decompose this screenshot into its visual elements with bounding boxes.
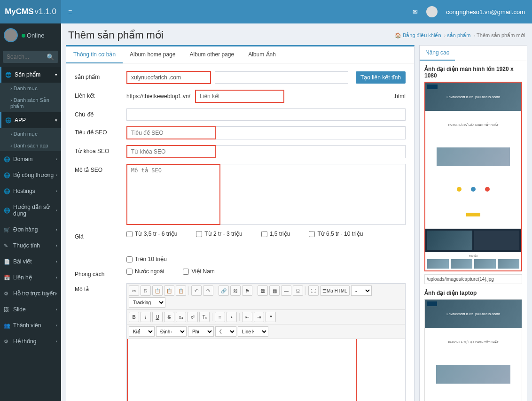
sidebar-item-hostings[interactable]: 🌐Hostings‹	[0, 183, 61, 199]
remove-format-icon[interactable]: Tₓ	[199, 312, 210, 322]
italic-icon[interactable]: I	[141, 312, 151, 322]
create-static-link-button[interactable]: Tạo liên kết tĩnh	[356, 71, 406, 84]
sidebar-item-baiviet[interactable]: 📄Bài viết‹	[0, 254, 61, 270]
maximize-icon[interactable]: ⛶	[308, 285, 319, 296]
underline-icon[interactable]: U	[152, 312, 163, 322]
anchor-icon[interactable]: ⚑	[242, 285, 252, 296]
chevron-left-icon: ‹	[56, 307, 57, 312]
status-dot-icon	[22, 34, 25, 38]
link-icon[interactable]: 🔗	[219, 285, 229, 296]
strike-icon[interactable]: S	[164, 312, 174, 322]
product-input-ext[interactable]	[215, 71, 348, 84]
sidebar-search[interactable]: 🔍	[3, 51, 58, 63]
blockquote-icon[interactable]: ❝	[266, 312, 276, 322]
sidebar-item-bocongthuong[interactable]: 🌐Bộ công thương‹	[0, 167, 61, 183]
bold-icon[interactable]: B	[129, 312, 139, 322]
subscript-icon[interactable]: x₂	[176, 312, 186, 322]
style-option-1[interactable]: Việt Nam	[183, 268, 214, 275]
thumb-laptop[interactable]: Environment is life, pollution is death …	[424, 299, 522, 401]
price-option-3[interactable]: Từ 6,5 tr - 10 triệu	[309, 231, 363, 237]
sidebar-sub-danh-sach-sp[interactable]: › Danh sách Sản phẩm	[0, 94, 61, 112]
chevron-down-icon: ▾	[55, 72, 57, 77]
price-option-1[interactable]: Từ 2 tr - 3 triệu	[196, 231, 242, 237]
seo-title-label: Tiêu đề SEO	[75, 126, 126, 136]
user-email[interactable]: congngheso1.vn@gmail.com	[446, 8, 525, 15]
sidebar-item-donhang[interactable]: 🛒Đơn hàng‹	[0, 222, 61, 238]
seo-desc-textarea-ext[interactable]	[220, 164, 406, 225]
superscript-icon[interactable]: x²	[188, 312, 198, 322]
globe-icon: 🌐	[4, 156, 10, 162]
tracking-select[interactable]: Tracking	[129, 297, 165, 308]
tab-album-home[interactable]: Album home page	[123, 46, 182, 63]
tab-basic[interactable]: Thông tin cơ bản	[66, 46, 123, 63]
sidebar-item-huongdan[interactable]: 🌐Hướng dẫn sử dụng‹	[0, 199, 61, 222]
seo-title-input-ext[interactable]	[216, 126, 406, 139]
side-tab-advanced[interactable]: Nâng cao	[420, 46, 455, 61]
gear-icon: ⚙	[4, 339, 10, 345]
mail-icon[interactable]: ✉	[413, 8, 418, 15]
cut-icon[interactable]: ✂	[129, 285, 139, 296]
hamburger-icon[interactable]: ≡	[61, 8, 79, 15]
numbered-list-icon[interactable]: ≡	[215, 312, 225, 322]
link-input[interactable]	[195, 90, 284, 103]
tab-album-other[interactable]: Album other page	[182, 46, 241, 63]
paste-icon[interactable]: 📋	[152, 285, 163, 296]
thumb-large[interactable]: Environment is life, pollution is death …	[424, 82, 522, 271]
sidebar-sub-danh-muc[interactable]: › Danh mục	[0, 83, 61, 94]
sidebar-item-thanhvien[interactable]: 👥Thành viên‹	[0, 317, 61, 333]
avatar[interactable]	[426, 6, 438, 17]
sidebar-item-hotro[interactable]: ⚙Hỗ trợ trực tuyến‹	[0, 285, 61, 301]
sidebar-sub-app-danh-muc[interactable]: › Danh mục	[0, 128, 61, 140]
seo-kw-input-ext[interactable]	[216, 145, 406, 158]
chevron-left-icon: ‹	[56, 323, 57, 328]
tab-album-images[interactable]: Album Ảnh	[241, 46, 283, 63]
sidebar-item-domain[interactable]: 🌐Domain‹	[0, 151, 61, 167]
bulleted-list-icon[interactable]: •	[227, 312, 237, 322]
sidebar-item-hethong[interactable]: ⚙Hệ thống‹	[0, 333, 61, 349]
page-title: Thêm sản phẩm mới	[68, 29, 164, 41]
chevron-left-icon: ‹	[56, 291, 57, 296]
seo-desc-label: Mô tả SEO	[75, 164, 126, 173]
size-select[interactable]: Cỡ...	[215, 326, 236, 337]
sidebar-item-lienhe[interactable]: 📅Liên hệ‹	[0, 270, 61, 285]
redo-icon[interactable]: ↷	[203, 285, 213, 296]
sidebar-sub-app-danh-sach[interactable]: › Danh sách app	[0, 140, 61, 151]
tracking-mode-select[interactable]: -	[351, 285, 372, 296]
undo-icon[interactable]: ↶	[191, 285, 202, 296]
logo[interactable]: MyCMSv1.1.0	[0, 0, 61, 23]
font-select[interactable]: Phông	[188, 326, 214, 337]
outdent-icon[interactable]: ⇤	[242, 312, 252, 322]
styles-select[interactable]: Kiểu	[129, 326, 155, 337]
desc-editor-body[interactable]	[127, 339, 357, 401]
seo-desc-textarea[interactable]	[126, 164, 220, 225]
price-option-2[interactable]: 1,5 triệu	[261, 231, 290, 237]
style-option-0[interactable]: Nước ngoài	[126, 268, 164, 275]
search-input[interactable]	[3, 51, 43, 63]
indent-icon[interactable]: ⇥	[254, 312, 264, 322]
search-icon[interactable]: 🔍	[43, 51, 58, 63]
price-option-4[interactable]: Trên 10 triệu	[126, 256, 167, 262]
special-char-icon[interactable]: Ω	[293, 285, 303, 296]
lineheight-select[interactable]: Line Hei...	[238, 326, 268, 337]
paste-text-icon[interactable]: 📋	[164, 285, 174, 296]
users-icon: 👥	[4, 323, 10, 329]
topic-input[interactable]	[126, 108, 406, 121]
format-select[interactable]: Định dạng	[156, 326, 187, 337]
product-input[interactable]	[126, 71, 211, 84]
sidebar-item-slide[interactable]: 🖼Slide‹	[0, 301, 61, 317]
hr-icon[interactable]: —	[281, 285, 291, 296]
sidebar-item-thuoctinh[interactable]: ✎Thuộc tính‹	[0, 238, 61, 254]
price-option-0[interactable]: Từ 3,5 tr - 6 triệu	[126, 231, 177, 237]
paste-word-icon[interactable]: 📋	[176, 285, 186, 296]
sidebar-item-san-pham[interactable]: 🌐Sản phẩm▾ › Danh mục › Danh sách Sản ph…	[0, 67, 61, 112]
source-button[interactable]: ☰ Mã HTML	[320, 285, 350, 296]
thumb-path: /uploads/images/capture(14).jpg	[424, 274, 522, 284]
seo-title-input[interactable]	[126, 126, 216, 139]
image-icon[interactable]: 🖼	[258, 285, 268, 296]
sidebar-item-app[interactable]: 🌐APP▾ › Danh mục › Danh sách app	[0, 112, 61, 151]
unlink-icon[interactable]: ⛓	[230, 285, 241, 296]
copy-icon[interactable]: ⎘	[141, 285, 151, 296]
chevron-left-icon: ‹	[56, 157, 57, 162]
seo-kw-input[interactable]	[126, 145, 216, 158]
table-icon[interactable]: ▦	[269, 285, 280, 296]
